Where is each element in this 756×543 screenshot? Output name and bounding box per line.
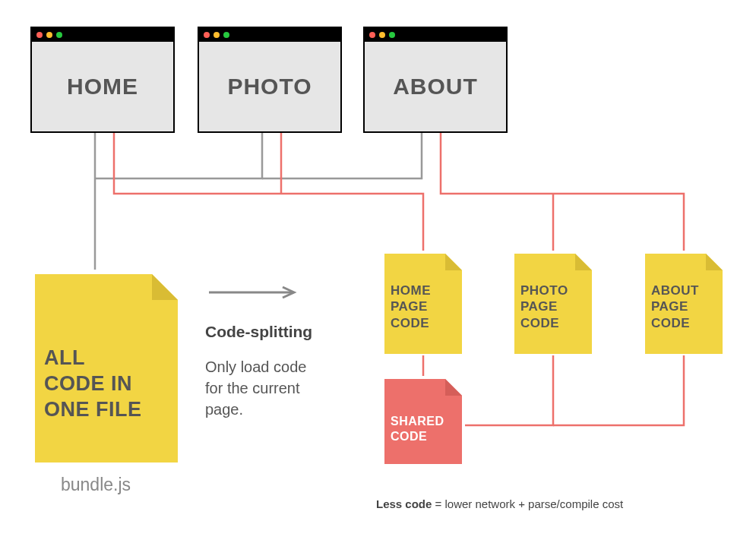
footer-bold: Less code xyxy=(376,497,432,510)
footer-rest: = lower network + parse/compile cost xyxy=(432,497,623,510)
browser-about: ABOUT xyxy=(363,27,508,133)
code-splitting-text: Code-splitting Only load code for the cu… xyxy=(205,323,365,420)
browser-label: ABOUT xyxy=(393,74,478,99)
chunk-home: HOME PAGE CODE xyxy=(381,251,465,357)
chunk-photo: PHOTO PAGE CODE xyxy=(511,251,595,357)
browser-body: PHOTO xyxy=(199,42,340,131)
arrow-icon xyxy=(205,285,304,300)
chunk-label: HOME PAGE CODE xyxy=(391,283,431,331)
bundle-caption: bundle.js xyxy=(61,475,131,495)
browser-label: HOME xyxy=(67,74,138,99)
chunk-label: SHARED CODE xyxy=(391,414,444,444)
footer-note: Less code = lower network + parse/compil… xyxy=(376,497,623,510)
code-splitting-sub: Only load code for the current page. xyxy=(205,356,365,420)
bundle-label: ALL CODE IN ONE FILE xyxy=(44,346,142,422)
traffic-light-red-icon xyxy=(204,32,210,38)
code-splitting-heading: Code-splitting xyxy=(205,323,365,341)
bundle-file: ALL CODE IN ONE FILE xyxy=(30,270,182,467)
traffic-light-yellow-icon xyxy=(379,32,385,38)
diagram-canvas: HOME PHOTO ABOUT ALL CODE IN ONE FILE bu… xyxy=(0,0,756,543)
chunk-label: PHOTO PAGE CODE xyxy=(520,283,568,331)
chunk-about: ABOUT PAGE CODE xyxy=(642,251,726,357)
window-titlebar xyxy=(365,28,506,42)
browser-body: HOME xyxy=(32,42,173,131)
traffic-light-red-icon xyxy=(369,32,375,38)
chunk-label: ABOUT PAGE CODE xyxy=(651,283,699,331)
chunk-shared: SHARED CODE xyxy=(381,376,465,467)
browser-home: HOME xyxy=(30,27,175,133)
browser-label: PHOTO xyxy=(227,74,312,99)
traffic-light-green-icon xyxy=(223,32,229,38)
traffic-light-green-icon xyxy=(389,32,395,38)
window-titlebar xyxy=(32,28,173,42)
traffic-light-yellow-icon xyxy=(46,32,52,38)
browser-body: ABOUT xyxy=(365,42,506,131)
traffic-light-green-icon xyxy=(56,32,62,38)
traffic-light-red-icon xyxy=(36,32,43,38)
browser-photo: PHOTO xyxy=(198,27,342,133)
traffic-light-yellow-icon xyxy=(214,32,220,38)
window-titlebar xyxy=(199,28,340,42)
